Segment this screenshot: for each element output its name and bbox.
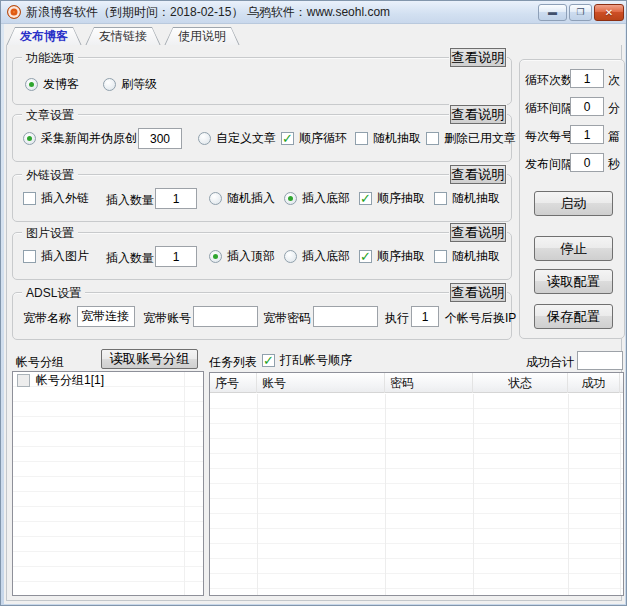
checkbox-random-pick[interactable]: [434, 250, 447, 263]
groupbox-image-settings: 图片设置 查看说明 插入图片 插入数量 插入顶部 插入底部 顺序抽取: [12, 232, 512, 280]
checkbox-label: 删除已用文章: [444, 130, 516, 147]
stop-button[interactable]: 停止: [534, 236, 613, 261]
checkbox-insert-extlink[interactable]: [23, 192, 36, 205]
help-button-article[interactable]: 查看说明: [450, 105, 506, 124]
tab-publish-blog[interactable]: 发布博客: [6, 27, 82, 46]
groupbox-title: 功能选项: [22, 50, 78, 67]
account-group-list[interactable]: 帐号分组1[1]: [12, 371, 204, 596]
task-table-header: 序号 账号 密码 状态 成功: [210, 373, 623, 393]
save-config-button[interactable]: 保存配置: [534, 304, 613, 329]
insert-count-label: 插入数量: [106, 192, 154, 209]
tab-friend-links[interactable]: 友情链接: [85, 27, 161, 46]
radio-insert-top[interactable]: [209, 250, 222, 263]
groupbox-title: ADSL设置: [22, 285, 85, 302]
groupbox-extlink-settings: 外链设置 查看说明 插入外链 插入数量 随机插入 插入底部 顺序抽取: [12, 174, 512, 222]
loop-count-unit: 次: [608, 72, 620, 89]
image-count-input[interactable]: [155, 246, 197, 267]
checkbox-shuffle-accounts[interactable]: [262, 354, 275, 367]
checkbox-random-pick[interactable]: [434, 192, 447, 205]
radio-label: 采集新闻并伪原创: [41, 130, 137, 147]
column-header-success[interactable]: 成功: [568, 373, 620, 393]
checkbox-label: 插入图片: [41, 248, 89, 265]
success-total-input[interactable]: [577, 351, 623, 370]
checkbox-label: 顺序抽取: [377, 190, 425, 207]
column-header-status[interactable]: 状态: [473, 373, 568, 393]
loop-interval-unit: 分: [608, 100, 620, 117]
minimize-button[interactable]: ▬: [538, 4, 567, 21]
publish-interval-label: 发布间隔: [525, 156, 575, 173]
broadband-name-input[interactable]: [77, 306, 135, 327]
radio-label: 插入顶部: [227, 248, 275, 265]
posts-per-account-input[interactable]: [570, 125, 604, 144]
window-title: 新浪博客软件（到期时间：2018-02-15） 乌鸦软件：www.seohl.c…: [26, 4, 390, 21]
publish-interval-input[interactable]: [570, 153, 604, 172]
radio-insert-bottom[interactable]: [284, 192, 297, 205]
radio-post-blog[interactable]: [25, 78, 38, 91]
minimize-icon: ▬: [548, 8, 557, 17]
app-window: 新浪博客软件（到期时间：2018-02-15） 乌鸦软件：www.seohl.c…: [0, 0, 627, 606]
tab-instructions[interactable]: 使用说明: [164, 27, 240, 46]
switch-ip-suffix-label: 个帐号后换IP: [445, 310, 516, 327]
checkbox-account-group[interactable]: [17, 374, 30, 387]
checkbox-sequential-loop[interactable]: [281, 132, 294, 145]
checkbox-sequential-pick[interactable]: [359, 192, 372, 205]
radio-label: 自定义文章: [216, 130, 276, 147]
collect-count-input[interactable]: [138, 128, 182, 149]
checkbox-label: 顺序抽取: [377, 248, 425, 265]
checkbox-sequential-pick[interactable]: [359, 250, 372, 263]
tab-strip: 发布博客 友情链接 使用说明: [6, 27, 240, 46]
exec-count-input[interactable]: [411, 306, 439, 327]
grid-line: [473, 394, 474, 595]
grid-line: [568, 394, 569, 595]
task-list-label: 任务列表: [209, 354, 257, 371]
checkbox-random-pick[interactable]: [355, 132, 368, 145]
task-table[interactable]: 序号 账号 密码 状态 成功: [209, 372, 624, 596]
load-account-groups-button[interactable]: 读取账号分组: [101, 349, 198, 369]
posts-per-account-label: 每次每号: [525, 128, 575, 145]
help-button-extlink[interactable]: 查看说明: [450, 165, 506, 184]
grid-line: [385, 394, 386, 595]
list-item-account-group[interactable]: 帐号分组1[1]: [17, 373, 104, 388]
radio-label: 插入底部: [302, 248, 350, 265]
insert-count-label: 插入数量: [106, 250, 154, 267]
checkbox-delete-used[interactable]: [426, 132, 439, 145]
checkbox-label: 随机抽取: [452, 248, 500, 265]
task-table-body: [210, 394, 623, 595]
radio-random-insert[interactable]: [209, 192, 222, 205]
broadband-account-label: 宽带账号: [143, 310, 191, 327]
list-item-label: 帐号分组1[1]: [36, 372, 104, 389]
extlink-count-input[interactable]: [155, 188, 197, 209]
maximize-button[interactable]: ❐: [569, 4, 592, 21]
help-button-adsl[interactable]: 查看说明: [450, 283, 506, 302]
radio-collect-news[interactable]: [23, 132, 36, 145]
loop-count-input[interactable]: [570, 69, 604, 88]
broadband-password-label: 宽带密码: [263, 310, 311, 327]
start-button[interactable]: 启动: [534, 191, 613, 216]
help-button-function[interactable]: 查看说明: [450, 48, 506, 67]
account-group-label: 帐号分组: [16, 354, 64, 371]
close-button[interactable]: ✕: [594, 4, 624, 21]
radio-boost-level[interactable]: [103, 78, 116, 91]
column-header-account[interactable]: 账号: [257, 373, 385, 393]
radio-custom-article[interactable]: [198, 132, 211, 145]
posts-per-account-unit: 篇: [608, 128, 620, 145]
loop-interval-label: 循环间隔: [525, 100, 575, 117]
load-config-button[interactable]: 读取配置: [534, 269, 613, 294]
publish-interval-unit: 秒: [608, 156, 620, 173]
column-header-index[interactable]: 序号: [210, 373, 257, 393]
column-header-password[interactable]: 密码: [385, 373, 473, 393]
radio-insert-bottom[interactable]: [284, 250, 297, 263]
groupbox-title: 文章设置: [22, 107, 78, 124]
broadband-password-input[interactable]: [313, 306, 378, 327]
help-button-image[interactable]: 查看说明: [450, 223, 506, 242]
app-icon: [7, 5, 21, 19]
tab-label: 发布博客: [20, 28, 68, 45]
loop-interval-input[interactable]: [570, 97, 604, 116]
success-total-label: 成功合计: [526, 354, 574, 371]
tab-label: 使用说明: [178, 28, 226, 45]
close-icon: ✕: [605, 8, 613, 18]
checkbox-insert-image[interactable]: [23, 250, 36, 263]
checkbox-label: 随机抽取: [373, 130, 421, 147]
radio-label: 插入底部: [302, 190, 350, 207]
broadband-account-input[interactable]: [193, 306, 258, 327]
